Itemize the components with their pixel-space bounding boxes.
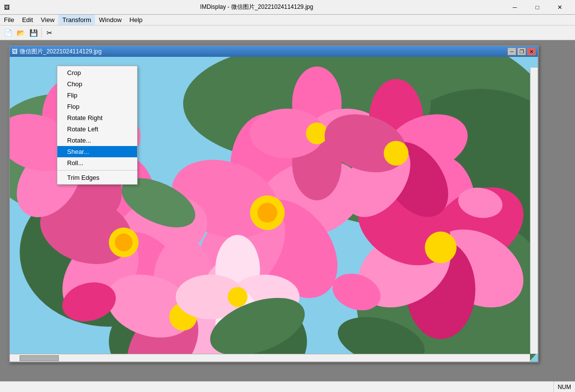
image-title-bar: 🖼 微信图片_20221024114129.jpg ─ ❐ ✕ <box>10 46 538 57</box>
menu-separator <box>57 170 137 171</box>
image-title-text: 微信图片_20221024114129.jpg <box>20 48 101 56</box>
new-button[interactable]: 📄 <box>2 27 14 39</box>
svg-point-34 <box>425 232 456 264</box>
menu-help[interactable]: Help <box>125 15 146 25</box>
horizontal-scrollbar-thumb[interactable] <box>20 355 59 361</box>
toolbar-separator <box>41 28 42 38</box>
svg-point-14 <box>258 203 277 222</box>
svg-point-39 <box>306 122 328 144</box>
window-title: IMDisplay - 微信图片_20221024114129.jpg <box>10 3 503 11</box>
menu-item-flop[interactable]: Flop <box>57 101 137 112</box>
menu-item-crop[interactable]: Crop <box>57 67 137 78</box>
title-bar: 🖼 IMDisplay - 微信图片_20221024114129.jpg ─ … <box>0 0 575 15</box>
image-close-button[interactable]: ✕ <box>527 48 536 55</box>
minimize-button[interactable]: ─ <box>503 0 526 15</box>
transform-dropdown-menu: Crop Chop Flip Flop Rotate Right Rotate … <box>57 66 138 185</box>
save-button[interactable]: 💾 <box>27 27 39 39</box>
menu-window[interactable]: Window <box>95 15 125 25</box>
menu-item-shear[interactable]: Shear... <box>57 146 137 157</box>
close-button[interactable]: ✕ <box>549 0 571 15</box>
menu-transform[interactable]: Transform <box>58 15 95 25</box>
app-icon-symbol: 🖼 <box>4 4 10 11</box>
menu-item-roll[interactable]: Roll... <box>57 157 137 169</box>
status-bar: NUM <box>0 381 575 392</box>
menu-bar: File Edit View Transform Window Help <box>0 15 575 25</box>
menu-view[interactable]: View <box>37 15 58 25</box>
svg-point-21 <box>115 234 132 251</box>
window-controls: ─ □ ✕ <box>503 0 571 15</box>
image-restore-button[interactable]: ❐ <box>517 48 526 55</box>
menu-edit[interactable]: Edit <box>18 15 37 25</box>
open-button[interactable]: 📂 <box>15 27 26 39</box>
image-title-icon: 🖼 <box>12 48 18 55</box>
toolbar: 📄 📂 💾 ✂ <box>0 25 575 40</box>
menu-item-rotate-left[interactable]: Rotate Left <box>57 123 137 135</box>
num-badge: NUM <box>553 381 575 392</box>
menu-file[interactable]: File <box>0 15 18 25</box>
menu-item-trim-edges[interactable]: Trim Edges <box>57 172 137 183</box>
image-window-controls: ─ ❐ ✕ <box>507 48 536 55</box>
cut-button[interactable]: ✂ <box>44 27 55 39</box>
svg-point-51 <box>383 141 408 166</box>
svg-point-60 <box>228 287 247 307</box>
app-icon: 🖼 <box>4 4 10 11</box>
image-title-left: 🖼 微信图片_20221024114129.jpg <box>12 48 101 56</box>
menu-item-chop[interactable]: Chop <box>57 78 137 90</box>
image-minimize-button[interactable]: ─ <box>507 48 516 55</box>
maximize-button[interactable]: □ <box>526 0 549 15</box>
horizontal-scrollbar[interactable] <box>10 354 530 362</box>
vertical-scrollbar[interactable] <box>530 68 538 354</box>
main-area: 🖼 微信图片_20221024114129.jpg ─ ❐ ✕ <box>0 40 575 392</box>
menu-item-rotate[interactable]: Rotate... <box>57 135 137 146</box>
menu-item-flip[interactable]: Flip <box>57 90 137 101</box>
menu-item-rotate-right[interactable]: Rotate Right <box>57 112 137 123</box>
